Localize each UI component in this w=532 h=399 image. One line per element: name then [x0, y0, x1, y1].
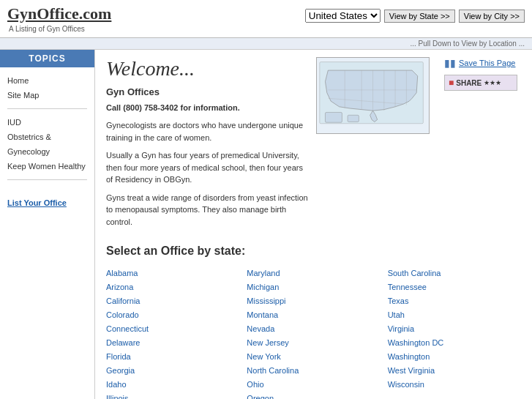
states-column-3: South Carolina Tennessee Texas Utah Virg…: [388, 266, 521, 399]
state-georgia[interactable]: Georgia: [106, 364, 239, 378]
welcome-title: Welcome...: [106, 57, 309, 81]
state-montana[interactable]: Montana: [247, 308, 380, 322]
state-washington-dc[interactable]: Washington DC: [388, 336, 521, 350]
state-idaho[interactable]: Idaho: [106, 378, 239, 392]
bookmark-icon: ▮▮: [444, 57, 456, 69]
share-bar: ■ SHARE ★★★: [444, 75, 517, 91]
svg-rect-9: [325, 112, 342, 122]
view-by-state-button[interactable]: View by State >>: [384, 10, 455, 23]
state-california[interactable]: California: [106, 294, 239, 308]
state-west-virginia[interactable]: West Virginia: [388, 364, 521, 378]
sidebar-item-iud[interactable]: IUD: [7, 115, 87, 130]
state-utah[interactable]: Utah: [388, 308, 521, 322]
state-virginia[interactable]: Virginia: [388, 322, 521, 336]
state-illinois[interactable]: Illinois: [106, 392, 239, 399]
states-column-2: Maryland Michigan Mississippi Montana Ne…: [247, 266, 380, 399]
state-oregon[interactable]: Oregon: [247, 392, 380, 399]
sidebar-item-sitemap[interactable]: Site Map: [7, 88, 87, 102]
state-arizona[interactable]: Arizona: [106, 280, 239, 294]
state-delaware[interactable]: Delaware: [106, 336, 239, 350]
share-icon: ■: [449, 78, 454, 88]
state-florida[interactable]: Florida: [106, 350, 239, 364]
list-your-office-link[interactable]: List Your Office: [0, 192, 94, 214]
sidebar-item-home[interactable]: Home: [7, 73, 87, 88]
save-this-page-button[interactable]: ▮▮ Save This Page: [444, 57, 517, 69]
state-washington[interactable]: Washington: [388, 350, 521, 364]
state-texas[interactable]: Texas: [388, 294, 521, 308]
state-colorado[interactable]: Colorado: [106, 308, 239, 322]
gyn-offices-heading: Gyn Offices: [106, 86, 309, 97]
site-subtitle: A Listing of Gyn Offices: [7, 23, 305, 34]
states-heading: Select an Office by state:: [106, 245, 521, 258]
sidebar-topics-header: TOPICS: [0, 50, 94, 67]
sidebar-item-keep-women[interactable]: Keep Women Healthy: [7, 159, 87, 174]
state-wisconsin[interactable]: Wisconsin: [388, 378, 521, 392]
state-new-york[interactable]: New York: [247, 350, 380, 364]
state-connecticut[interactable]: Connecticut: [106, 322, 239, 336]
state-maryland[interactable]: Maryland: [247, 266, 380, 280]
state-north-carolina[interactable]: North Carolina: [247, 364, 380, 378]
state-michigan[interactable]: Michigan: [247, 280, 380, 294]
state-tennessee[interactable]: Tennessee: [388, 280, 521, 294]
sidebar-item-obstetrics[interactable]: Obstetrics & Gynecology: [7, 130, 87, 159]
share-options-icons: ★★★: [484, 79, 501, 86]
welcome-para-3: Gyns treat a wide range of disorders fro…: [106, 192, 309, 228]
view-by-city-button[interactable]: View by City >>: [459, 10, 525, 23]
us-map: [316, 57, 430, 134]
states-column-1: Alabama Arizona California Colorado Conn…: [106, 266, 239, 399]
site-title[interactable]: GynOffice.com: [7, 4, 305, 23]
welcome-para-2: Usually a Gyn has four years of premedic…: [106, 149, 309, 186]
state-ohio[interactable]: Ohio: [247, 378, 380, 392]
pulldown-bar: ... Pull Down to View by Location ...: [0, 38, 532, 50]
state-mississippi[interactable]: Mississippi: [247, 294, 380, 308]
state-south-carolina[interactable]: South Carolina: [388, 266, 521, 280]
state-new-jersey[interactable]: New Jersey: [247, 336, 380, 350]
state-alabama[interactable]: Alabama: [106, 266, 239, 280]
country-select[interactable]: United States: [305, 9, 381, 23]
state-nevada[interactable]: Nevada: [247, 322, 380, 336]
welcome-para-1: Gynecologists are doctors who have under…: [106, 119, 309, 143]
phone-info: Call (800) 758-3402 for information.: [106, 103, 309, 112]
svg-rect-10: [348, 115, 359, 122]
